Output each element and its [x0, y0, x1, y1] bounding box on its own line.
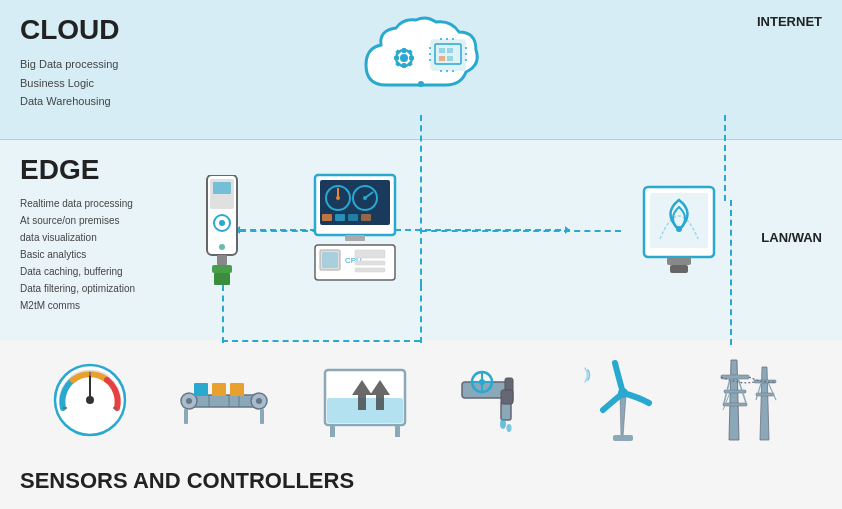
cloud-desc-line3: Data Warehousing	[20, 92, 118, 111]
svg-rect-38	[213, 182, 231, 194]
svg-rect-43	[214, 273, 230, 285]
svg-point-1	[400, 54, 408, 62]
svg-rect-95	[462, 382, 507, 398]
left-edge-device	[192, 175, 252, 290]
svg-rect-52	[335, 214, 345, 221]
svg-rect-101	[501, 402, 511, 420]
tank-icon	[320, 360, 410, 440]
edge-desc-2: At source/on premises	[20, 212, 135, 229]
svg-rect-55	[345, 235, 365, 241]
cloud-description: Big Data processing Business Logic Data …	[20, 55, 118, 111]
lan-wan-label: LAN/WAN	[761, 230, 822, 245]
svg-rect-83	[212, 383, 226, 396]
svg-rect-5	[409, 56, 414, 60]
svg-point-102	[500, 419, 506, 429]
svg-point-77	[186, 398, 192, 404]
edge-desc-3: data visualization	[20, 229, 135, 246]
svg-point-50	[363, 196, 367, 200]
left-vertical-line-down	[222, 285, 224, 343]
edge-desc-4: Basic analytics	[20, 246, 135, 263]
cloud-icon	[351, 10, 491, 110]
svg-rect-3	[402, 63, 406, 68]
svg-rect-90	[358, 395, 366, 410]
sensor-icons-row	[30, 355, 812, 445]
svg-point-78	[256, 398, 262, 404]
svg-rect-92	[376, 395, 384, 410]
svg-rect-66	[667, 257, 691, 265]
svg-marker-34	[565, 226, 570, 234]
svg-rect-111	[723, 403, 747, 406]
edge-desc-1: Realtime data processing	[20, 195, 135, 212]
edge-desc-6: Data filtering, optimization	[20, 280, 135, 297]
svg-rect-82	[194, 383, 208, 396]
svg-rect-54	[361, 214, 371, 221]
cloud-desc-line1: Big Data processing	[20, 55, 118, 74]
edge-title: EDGE	[20, 154, 99, 186]
center-edge-device: CPU	[310, 170, 430, 290]
svg-rect-2	[402, 48, 406, 53]
svg-rect-85	[184, 409, 188, 424]
power-tower-icon	[709, 355, 789, 445]
svg-rect-53	[348, 214, 358, 221]
svg-point-44	[219, 244, 225, 250]
svg-marker-115	[760, 367, 769, 440]
svg-rect-4	[394, 56, 399, 60]
svg-marker-105	[620, 395, 626, 437]
center-vertical-line-down	[420, 285, 422, 343]
svg-rect-94	[395, 425, 400, 437]
svg-point-28	[418, 81, 424, 87]
svg-rect-26	[439, 56, 445, 61]
pipe-icon	[457, 360, 537, 440]
svg-rect-117	[756, 393, 774, 396]
svg-rect-51	[322, 214, 332, 221]
right-edge-device	[642, 185, 722, 275]
edge-description: Realtime data processing At source/on pr…	[20, 195, 135, 314]
sensors-title: SENSORS AND CONTROLLERS	[20, 468, 354, 494]
svg-rect-104	[501, 390, 513, 404]
svg-rect-41	[217, 255, 227, 265]
edge-desc-7: M2tM comms	[20, 297, 135, 314]
right-vertical-line	[730, 200, 732, 345]
svg-rect-61	[355, 261, 385, 265]
internet-label: INTERNET	[757, 14, 822, 29]
svg-point-103	[506, 424, 511, 432]
conveyor-icon	[174, 365, 274, 435]
svg-rect-62	[355, 268, 385, 272]
svg-rect-42	[212, 265, 232, 273]
cloud-desc-line2: Business Logic	[20, 74, 118, 93]
svg-rect-27	[447, 56, 453, 61]
svg-rect-86	[260, 409, 264, 424]
wind-turbine-icon	[583, 355, 663, 445]
svg-point-48	[336, 196, 340, 200]
svg-point-65	[676, 226, 682, 232]
sensors-horizontal-line	[222, 340, 420, 342]
svg-marker-108	[729, 360, 739, 440]
svg-rect-106	[613, 435, 633, 441]
thermometer-icon	[53, 358, 128, 443]
svg-rect-67	[670, 265, 688, 273]
edge-desc-5: Data caching, buffering	[20, 263, 135, 280]
svg-rect-24	[439, 48, 445, 53]
svg-rect-84	[230, 383, 244, 396]
svg-rect-25	[447, 48, 453, 53]
svg-rect-58	[322, 252, 338, 268]
diagram-container: CLOUD Big Data processing Business Logic…	[0, 0, 842, 509]
svg-rect-60	[355, 250, 385, 258]
svg-point-100	[479, 379, 485, 385]
svg-point-40	[219, 220, 225, 226]
cloud-title: CLOUD	[20, 14, 120, 46]
svg-rect-93	[330, 425, 335, 437]
svg-point-70	[86, 396, 94, 404]
